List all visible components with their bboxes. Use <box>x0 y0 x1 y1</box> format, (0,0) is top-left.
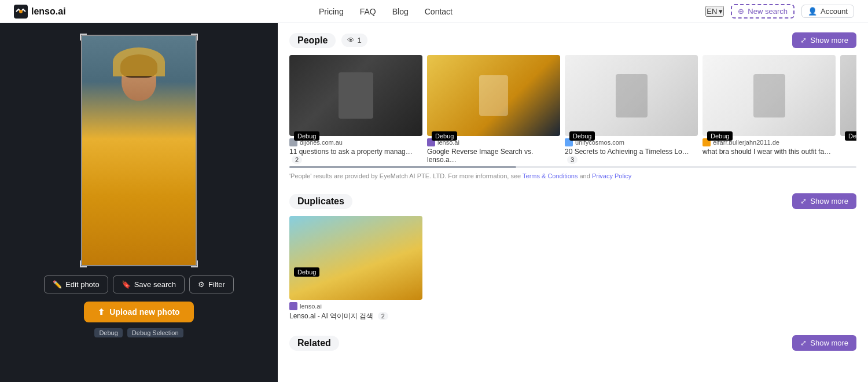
related-show-more-button[interactable]: ⤢ Show more <box>792 335 856 351</box>
dup-card-1[interactable]: Debug lenso.ai Lenso.ai - AI 역이미지 검색 2 <box>289 216 422 321</box>
corner-br <box>191 260 198 267</box>
chevron-down-icon: ▾ <box>719 7 723 16</box>
debug-label-5: Deb… <box>845 131 856 141</box>
save-search-button[interactable]: 🔖 Save search <box>113 276 185 293</box>
nav-faq[interactable]: FAQ <box>360 7 376 16</box>
debug-label-3: Debug <box>569 131 595 141</box>
people-thumb-2 <box>427 55 560 136</box>
duplicates-section-header: Duplicates ⤢ Show more <box>289 193 856 209</box>
right-panel[interactable]: People 👁 1 ⤢ Show more <box>278 23 868 382</box>
dup-source-icon <box>289 302 297 310</box>
card-count-1: 2 <box>292 156 302 164</box>
filter-icon: ⚙ <box>198 280 205 289</box>
related-section-title: Related <box>289 336 339 351</box>
dup-card-count: 2 <box>378 312 388 320</box>
people-card-5[interactable]: Deb… <box>840 55 856 164</box>
nav-blog[interactable]: Blog <box>392 7 409 16</box>
scroll-bar <box>289 166 856 168</box>
edit-photo-button[interactable]: ✏️ Edit photo <box>44 276 108 293</box>
body: ✏️ Edit photo 🔖 Save search ⚙ Filter ⬆ U… <box>0 23 868 382</box>
save-icon: 🔖 <box>122 280 131 289</box>
search-icon: ⊕ <box>738 7 744 16</box>
people-show-more-button[interactable]: ⤢ Show more <box>792 32 856 48</box>
card-title-4: what bra should I wear with this outfit … <box>703 148 833 156</box>
logo[interactable]: lenso.ai <box>14 5 66 19</box>
new-search-button[interactable]: ⊕ New search <box>731 4 795 19</box>
photo-container <box>81 35 197 266</box>
main-nav: Pricing FAQ Blog Contact <box>319 7 453 16</box>
people-image-grid: Debug dijones.com.au 11 questions to ask… <box>289 55 856 164</box>
people-thumb-3 <box>565 55 698 136</box>
people-section: People 👁 1 ⤢ Show more <box>289 32 856 179</box>
expand-icon: ⤢ <box>800 36 807 45</box>
action-buttons: ✏️ Edit photo 🔖 Save search ⚙ Filter <box>44 276 234 293</box>
dup-thumb: Debug <box>289 216 422 300</box>
logo-icon <box>14 5 28 19</box>
debug-label-4: Debug <box>707 131 733 141</box>
debug-badge: Debug <box>94 328 122 337</box>
people-thumb-5 <box>840 55 856 136</box>
account-button[interactable]: 👤 Account <box>801 5 854 18</box>
card-count-3: 3 <box>567 156 578 164</box>
scroll-bar-fill <box>289 166 516 168</box>
duplicates-image-grid: Debug lenso.ai Lenso.ai - AI 역이미지 검색 2 <box>289 216 856 321</box>
people-card-2[interactable]: Debug lenso.ai Google Reverse Image Sear… <box>427 55 560 164</box>
related-section-header: Related ⤢ Show more <box>289 335 856 351</box>
upload-icon: ⬆ <box>98 307 105 317</box>
header: lenso.ai Pricing FAQ Blog Contact EN ▾ ⊕… <box>0 0 868 23</box>
filter-button[interactable]: ⚙ Filter <box>189 276 234 293</box>
left-panel: ✏️ Edit photo 🔖 Save search ⚙ Filter ⬆ U… <box>0 23 278 382</box>
nav-contact[interactable]: Contact <box>425 7 453 16</box>
svg-point-1 <box>19 10 23 13</box>
corner-tl <box>80 34 87 41</box>
dup-source: lenso.ai <box>289 302 422 310</box>
related-title-row: Related <box>289 336 339 351</box>
dup-card-title: Lenso.ai - AI 역이미지 검색 2 <box>289 311 420 321</box>
upload-new-photo-button[interactable]: ⬆ Upload new photo <box>84 302 193 322</box>
people-card-1[interactable]: Debug dijones.com.au 11 questions to ask… <box>289 55 422 164</box>
people-thumb-4 <box>703 55 836 136</box>
duplicates-section-title: Duplicates <box>289 194 352 209</box>
duplicates-show-more-button[interactable]: ⤢ Show more <box>792 193 856 209</box>
dup-debug-label: Debug <box>294 267 319 277</box>
people-card-3[interactable]: Debug unifycosmos.com 20 Secrets to Achi… <box>565 55 698 164</box>
eye-icon: 👁 <box>347 36 355 45</box>
card-title-2: Google Reverse Image Search vs. lenso.a… <box>427 148 557 164</box>
header-right: EN ▾ ⊕ New search 👤 Account <box>705 4 854 19</box>
dup-thumb-bg <box>289 216 422 300</box>
edit-icon: ✏️ <box>53 280 62 289</box>
logo-text: lenso.ai <box>31 6 66 17</box>
card-title-3: 20 Secrets to Achieving a Timeless Lo… 3 <box>565 148 695 164</box>
photo-placeholder <box>82 36 196 265</box>
people-thumb-1 <box>289 55 422 136</box>
people-card-4[interactable]: Debug elfarr.bullerjahn2011.de what bra … <box>703 55 836 164</box>
corner-tr <box>191 34 198 41</box>
related-section: Related ⤢ Show more <box>289 335 856 351</box>
terms-link[interactable]: Terms & Conditions <box>523 172 578 179</box>
language-button[interactable]: EN ▾ <box>705 6 724 17</box>
people-info-text: 'People' results are provided by EyeMatc… <box>289 172 856 179</box>
people-section-header: People 👁 1 ⤢ Show more <box>289 32 856 48</box>
scroll-bar-container[interactable] <box>289 166 856 168</box>
debug-badges: Debug Debug Selection <box>94 328 183 337</box>
debug-label-2: Debug <box>432 131 457 141</box>
dup-title-row: Duplicates <box>289 194 352 209</box>
user-icon: 👤 <box>808 7 817 16</box>
card-title-1: 11 questions to ask a property manag… 2 <box>289 148 420 164</box>
expand-icon-dup: ⤢ <box>800 197 807 205</box>
privacy-link[interactable]: Privacy Policy <box>592 172 631 179</box>
people-section-title: People <box>289 33 336 48</box>
debug-label-1: Debug <box>294 131 319 141</box>
people-view-count: 👁 1 <box>341 34 367 47</box>
duplicates-section: Duplicates ⤢ Show more Debug <box>289 193 856 321</box>
section-title-row: People 👁 1 <box>289 33 367 48</box>
corner-bl <box>80 260 87 267</box>
debug-selection-badge: Debug Selection <box>127 328 183 337</box>
app-container: lenso.ai Pricing FAQ Blog Contact EN ▾ ⊕… <box>0 0 868 382</box>
photo-frame <box>81 35 197 266</box>
expand-icon-related: ⤢ <box>800 339 807 347</box>
nav-pricing[interactable]: Pricing <box>319 7 344 16</box>
